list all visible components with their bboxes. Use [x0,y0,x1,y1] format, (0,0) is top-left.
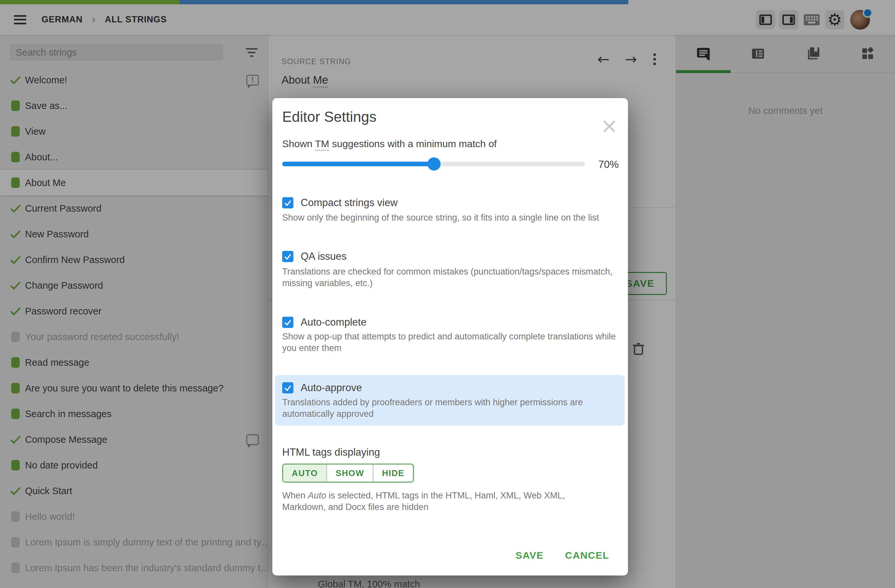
slider-fill [282,162,434,166]
slider-value: 70% [598,159,619,171]
tm-abbreviation: TM [315,138,329,151]
save-button[interactable]: SAVE [516,550,544,561]
qa-issues-description: Translations are checked for common mist… [282,266,621,289]
check-icon [284,383,292,392]
slider-thumb[interactable] [428,158,441,171]
check-icon [284,318,292,327]
qa-issues-checkbox[interactable] [282,251,293,262]
html-tags-hide-button[interactable]: HIDE [373,465,413,482]
auto-approve-checkbox[interactable] [282,382,293,393]
html-tags-show-button[interactable]: SHOW [326,465,373,482]
check-icon [284,199,292,207]
html-tags-segmented-control: AUTO SHOW HIDE [282,464,414,483]
auto-approve-description: Translations added by proofreaders or me… [282,397,589,420]
qa-issues-label[interactable]: QA issues [300,250,347,262]
html-tags-auto-button[interactable]: AUTO [283,465,326,482]
compact-strings-label[interactable]: Compact strings view [300,197,398,209]
html-tags-description: When Auto is selected, HTML tags in the … [282,490,602,513]
cancel-button[interactable]: CANCEL [565,550,609,561]
html-tags-heading: HTML tags displaying [282,446,380,458]
check-icon [284,252,292,261]
tm-match-label: Shown TM suggestions with a minimum matc… [282,138,496,150]
tm-match-slider[interactable] [282,158,585,171]
auto-complete-description: Show a pop-up that attempts to predict a… [282,331,621,354]
compact-strings-checkbox[interactable] [282,197,293,208]
auto-approve-label[interactable]: Auto-approve [300,382,362,394]
auto-complete-label[interactable]: Auto-complete [300,317,367,328]
modal-title: Editor Settings [282,109,376,125]
compact-strings-description: Show only the beginning of the source st… [282,212,599,224]
auto-complete-checkbox[interactable] [282,317,293,328]
editor-settings-modal: Editor Settings × Shown TM suggestions w… [272,98,628,576]
